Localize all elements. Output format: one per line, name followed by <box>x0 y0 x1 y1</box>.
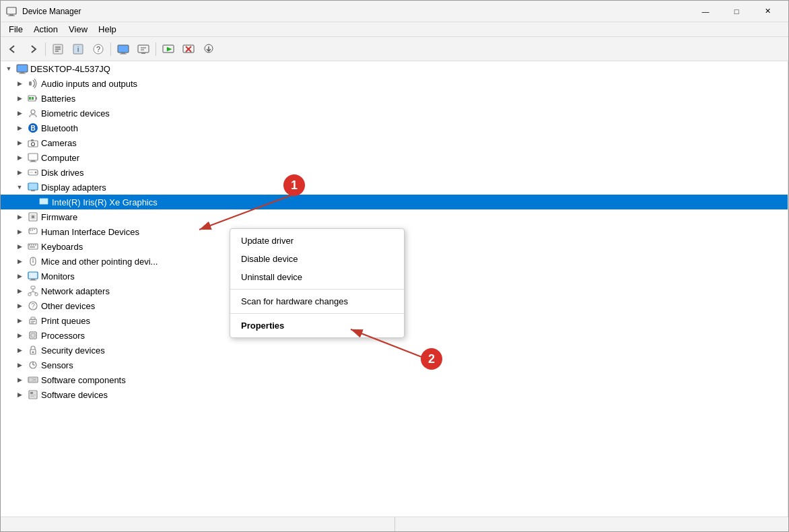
svg-rect-47 <box>31 190 35 191</box>
tree-firmware[interactable]: ▶ Firmware <box>1 209 788 224</box>
print-icon <box>27 314 39 327</box>
svg-rect-32 <box>36 97 37 100</box>
device-manager-window: Device Manager — □ ✕ File Action View He… <box>0 0 789 532</box>
maximize-button[interactable]: □ <box>721 1 752 22</box>
svg-rect-61 <box>31 244 32 246</box>
firmware-icon <box>27 211 39 223</box>
tree-bluetooth[interactable]: ▶ B Bluetooth <box>1 121 788 135</box>
sw-devices-icon <box>27 389 39 401</box>
audio-icon <box>27 77 39 90</box>
svg-rect-58 <box>32 230 33 231</box>
batteries-chevron: ▶ <box>14 93 25 104</box>
svg-rect-83 <box>31 323 34 323</box>
tree-batteries[interactable]: ▶ Batteries <box>1 91 788 106</box>
context-disable-device[interactable]: Disable device <box>230 250 404 268</box>
svg-rect-39 <box>28 154 38 160</box>
tree-intel-graphics[interactable]: Intel(R) Iris(R) Xe Graphics <box>1 195 788 209</box>
context-uninstall-device[interactable]: Uninstall device <box>230 268 404 286</box>
monitors-icon <box>27 270 39 282</box>
forward-button[interactable] <box>24 40 42 59</box>
scan-changes-button[interactable] <box>159 40 178 59</box>
tree-cameras[interactable]: ▶ Cameras <box>1 135 788 150</box>
remove-device-button[interactable] <box>179 40 198 59</box>
audio-label: Audio inputs and outputs <box>41 79 137 88</box>
update-driver-toolbar-button[interactable]: i <box>69 40 88 59</box>
menu-help[interactable]: Help <box>93 23 122 36</box>
svg-rect-104 <box>29 378 32 382</box>
hid-chevron: ▶ <box>14 226 25 237</box>
svg-point-33 <box>31 110 35 114</box>
svg-rect-62 <box>33 244 34 246</box>
root-label: DESKTOP-4L537JQ <box>30 65 110 73</box>
sw-components-chevron: ▶ <box>14 374 25 385</box>
other-chevron: ▶ <box>14 300 25 311</box>
annotation-1: 1 <box>283 174 305 196</box>
svg-rect-28 <box>29 81 32 86</box>
back-button[interactable] <box>3 40 22 59</box>
menu-action[interactable]: Action <box>28 23 63 36</box>
context-update-driver[interactable]: Update driver <box>230 232 404 250</box>
svg-rect-105 <box>33 378 36 380</box>
menu-file[interactable]: File <box>3 23 28 36</box>
help-button[interactable]: ? <box>89 40 108 59</box>
svg-rect-69 <box>29 273 37 278</box>
svg-text:?: ? <box>31 302 35 310</box>
svg-point-43 <box>35 172 37 174</box>
context-properties[interactable]: Properties <box>230 317 404 335</box>
tree-disk-drives[interactable]: ▶ Disk drives <box>1 165 788 180</box>
tree-sensors[interactable]: ▶ Sensors <box>1 358 788 372</box>
title-bar: Device Manager — □ ✕ <box>1 1 788 22</box>
sw-components-icon <box>27 374 39 386</box>
display-computer-button[interactable] <box>114 40 133 59</box>
svg-rect-60 <box>29 244 30 246</box>
tree-computer[interactable]: ▶ Computer <box>1 150 788 165</box>
processors-icon <box>27 329 39 341</box>
sensors-label: Sensors <box>41 361 73 370</box>
processors-chevron: ▶ <box>14 330 25 341</box>
tree-display-adapters[interactable]: ▼ Display adapters <box>1 180 788 195</box>
context-scan-changes[interactable]: Scan for hardware changes <box>230 292 404 310</box>
tree-sw-devices[interactable]: ▶ Software devices <box>1 387 788 402</box>
annotation-2: 2 <box>421 348 442 370</box>
tree-sw-components[interactable]: ▶ Software components <box>1 372 788 387</box>
title-bar-buttons: — □ ✕ <box>690 1 783 22</box>
svg-rect-25 <box>17 65 28 72</box>
toolbar: i ? <box>1 37 788 61</box>
download-driver-button[interactable] <box>199 40 218 59</box>
svg-rect-56 <box>34 229 35 230</box>
tree-audio[interactable]: ▶ Audio inputs and outputs <box>1 76 788 91</box>
properties-button[interactable] <box>48 40 67 59</box>
svg-rect-63 <box>35 244 36 246</box>
display-resources-button[interactable] <box>134 40 153 59</box>
svg-rect-30 <box>29 97 31 100</box>
device-tree-panel[interactable]: ▼ DESKTOP-4L537JQ ▶ Audio inputs and out… <box>1 61 788 517</box>
keyboards-label: Keyboards <box>41 242 83 251</box>
disk-drives-icon <box>27 166 39 178</box>
svg-text:?: ? <box>96 45 100 53</box>
hid-icon <box>27 226 39 238</box>
svg-rect-109 <box>30 392 33 394</box>
minimize-button[interactable]: — <box>690 1 721 22</box>
disk-drives-label: Disk drives <box>41 168 84 177</box>
cameras-chevron: ▶ <box>14 137 25 148</box>
print-label: Print queues <box>41 317 90 325</box>
tree-security[interactable]: ▶ Security devices <box>1 343 788 358</box>
svg-rect-49 <box>40 199 48 204</box>
svg-rect-73 <box>28 293 31 296</box>
tree-root-item[interactable]: ▼ DESKTOP-4L537JQ <box>1 61 788 76</box>
firmware-chevron: ▶ <box>14 211 25 222</box>
computer-label: Computer <box>41 154 79 162</box>
bluetooth-label: Bluetooth <box>41 124 78 133</box>
svg-text:i: i <box>77 46 79 53</box>
biometric-label: Biometric devices <box>41 109 110 118</box>
app-icon <box>6 6 17 17</box>
bluetooth-icon: B <box>27 122 39 134</box>
other-label: Other devices <box>41 302 95 310</box>
svg-rect-111 <box>30 396 34 397</box>
svg-rect-11 <box>118 45 129 53</box>
menu-view[interactable]: View <box>63 23 93 36</box>
tree-biometric[interactable]: ▶ Biometric devices <box>1 106 788 121</box>
processors-label: Processors <box>41 331 85 340</box>
status-bar <box>1 517 788 531</box>
close-button[interactable]: ✕ <box>752 1 783 22</box>
